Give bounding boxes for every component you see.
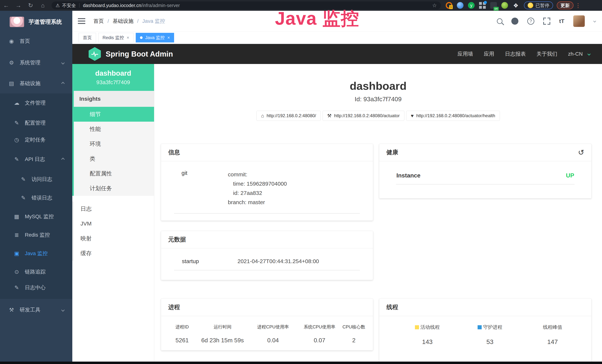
instance-menu-mappings[interactable]: 映射 <box>72 231 154 246</box>
not-secure-label: 不安全 <box>62 2 76 9</box>
font-size-icon[interactable] <box>559 18 564 24</box>
sba-nav-about[interactable]: 关于我们 <box>537 50 557 57</box>
browser-home-icon[interactable] <box>37 2 49 9</box>
service-url-button[interactable]: http://192.168.0.2:48080/ <box>256 111 321 121</box>
extension-grid-icon[interactable] <box>479 2 486 9</box>
health-card-title: 健康 <box>386 148 398 157</box>
tab-redis-monitor[interactable]: Redis 监控 <box>98 33 133 43</box>
page-annotation: Java 监控 <box>275 9 359 27</box>
column-header: CPU核心数 <box>340 324 368 330</box>
heartbeat-icon <box>411 113 414 119</box>
extension-orange-icon[interactable]: 1 <box>446 2 452 9</box>
sba-nav-wall[interactable]: 应用墙 <box>458 50 473 57</box>
browser-reload-icon[interactable] <box>24 2 37 9</box>
sidebar-item-mysql-monitor[interactable]: MySQL 监控 <box>0 208 72 225</box>
address-separator <box>79 3 80 8</box>
stat-daemon-threads: 守护进程 53 <box>459 324 521 345</box>
sidebar-item-infrastructure[interactable]: 基础设施 <box>0 75 72 92</box>
health-key: Instance <box>396 172 420 179</box>
sidebar-item-tracing[interactable]: 链路追踪 <box>0 263 72 280</box>
git-time-line: time: 1596289704000 <box>228 179 287 188</box>
update-label: 更新 <box>560 2 570 9</box>
breadcrumb-home[interactable]: 首页 <box>93 18 104 25</box>
chrome-update-button[interactable]: 更新 <box>557 1 573 9</box>
breadcrumb: 首页 / 基础设施 / Java 监控 <box>93 18 165 25</box>
git-commit-line: commit: <box>228 170 287 179</box>
close-icon[interactable] <box>167 35 170 40</box>
address-bar[interactable]: 不安全 dashboard.yudao.iocoder.cn /infra/ad… <box>52 1 441 9</box>
sidebar-item-config-management[interactable]: 配置管理 <box>0 114 72 131</box>
user-avatar[interactable] <box>573 15 585 27</box>
sidebar-item-system-management[interactable]: 系统管理 <box>0 54 72 71</box>
instance-header[interactable]: dashboard 93a3fc7f7409 <box>72 64 154 91</box>
timer-icon <box>13 137 20 143</box>
health-url-button[interactable]: http://192.168.0.2:48080/actuator/health <box>406 111 500 121</box>
sidebar-item-log-center[interactable]: 日志中心 <box>0 279 72 296</box>
cell-value: 0.07 <box>299 337 340 344</box>
sidebar-item-home[interactable]: 首页 <box>0 33 72 50</box>
column-header: 进程CPU使用率 <box>247 324 299 330</box>
history-icon[interactable] <box>578 148 584 157</box>
gear-icon <box>8 60 15 66</box>
process-card-title: 进程 <box>161 299 373 316</box>
sba-locale-select[interactable]: zh-CN <box>568 51 583 57</box>
paused-extension-button[interactable]: 已暂停 <box>524 1 553 9</box>
tab-home[interactable]: 首页 <box>79 33 96 43</box>
sidebar-item-label: 日志中心 <box>25 284 46 291</box>
extension-switch-icon[interactable]: on <box>490 2 497 9</box>
instance-menu-caches[interactable]: 缓存 <box>72 246 154 261</box>
process-card: 进程 进程ID 5261 运行时间 6d 23h 15m 59s 进程CPU使用… <box>161 299 373 351</box>
sba-nav-applications[interactable]: 应用 <box>484 50 494 57</box>
health-instance-row[interactable]: Instance UP <box>379 161 591 179</box>
sba-brand-title[interactable]: Spring Boot Admin <box>106 50 173 58</box>
sidebar-item-dev-tools[interactable]: 研发工具 <box>0 301 72 318</box>
tools-icon <box>8 307 15 313</box>
info-value: commit: time: 1596289704000 id: 27aa832 … <box>228 170 287 207</box>
extension-pin-icon[interactable] <box>457 2 463 9</box>
sba-nav-journal[interactable]: 日志报表 <box>505 50 526 57</box>
instance-menu-metrics[interactable]: 性能 <box>74 122 154 137</box>
tab-label: Java 监控 <box>145 35 165 41</box>
sidebar-item-access-logs[interactable]: 访问日志 <box>0 171 72 188</box>
sidebar-item-java-monitor[interactable]: Java 监控 <box>0 245 72 262</box>
browser-back-icon[interactable] <box>0 2 12 9</box>
instance-menu-environment[interactable]: 环境 <box>74 137 154 151</box>
sidebar-item-label: 系统管理 <box>20 59 40 66</box>
sidebar-collapse-icon[interactable] <box>78 18 85 24</box>
emoji-face-icon <box>528 3 533 8</box>
close-icon[interactable] <box>127 35 129 40</box>
extensions-puzzle-icon[interactable] <box>512 2 519 9</box>
sidebar-item-scheduled-tasks[interactable]: 定时任务 <box>0 131 72 148</box>
extension-leaf-icon[interactable] <box>501 2 508 9</box>
sidebar-item-redis-monitor[interactable]: Redis 监控 <box>0 226 72 244</box>
spring-boot-admin-logo-icon[interactable] <box>89 47 101 61</box>
app-logo-row[interactable]: 芋道管理系统 <box>0 11 72 33</box>
extension-y-icon[interactable] <box>468 2 475 9</box>
bookmark-star-icon[interactable] <box>432 2 437 9</box>
instance-menu-jvm[interactable]: JVM <box>72 216 154 231</box>
not-secure-warning-icon <box>56 3 60 8</box>
eye-icon <box>13 269 20 275</box>
locale-caret-icon[interactable] <box>588 53 591 56</box>
instance-menu-classes[interactable]: 类 <box>74 151 154 166</box>
sidebar-item-file-management[interactable]: 文件管理 <box>0 94 72 111</box>
instance-menu-logs[interactable]: 日志 <box>72 201 154 216</box>
browser-forward-icon[interactable] <box>12 2 24 9</box>
search-icon[interactable] <box>497 18 502 24</box>
instance-menu-details[interactable]: 细节 <box>74 107 154 122</box>
avatar-caret-icon[interactable] <box>593 20 596 23</box>
browser-menu-icon[interactable] <box>575 2 581 9</box>
row-divider <box>396 184 575 184</box>
instance-menu-scheduled-tasks[interactable]: 计划任务 <box>74 181 154 196</box>
breadcrumb-infrastructure[interactable]: 基础设施 <box>113 18 133 25</box>
sidebar-item-api-logs[interactable]: API 日志 <box>0 151 72 168</box>
tab-java-monitor[interactable]: Java 监控 <box>136 33 174 43</box>
sba-nav: 应用墙 应用 日志报表 关于我们 zh-CN <box>458 50 590 57</box>
github-icon[interactable] <box>511 18 518 25</box>
sidebar-item-error-logs[interactable]: 错误日志 <box>0 189 72 206</box>
tag-bar: 首页 Redis 监控 Java 监控 <box>72 32 602 44</box>
fullscreen-icon[interactable] <box>543 18 550 25</box>
actuator-url-button[interactable]: http://192.168.0.2:48080/actuator <box>322 111 404 121</box>
instance-menu-config-props[interactable]: 配置属性 <box>74 166 154 181</box>
help-icon[interactable] <box>527 18 534 25</box>
